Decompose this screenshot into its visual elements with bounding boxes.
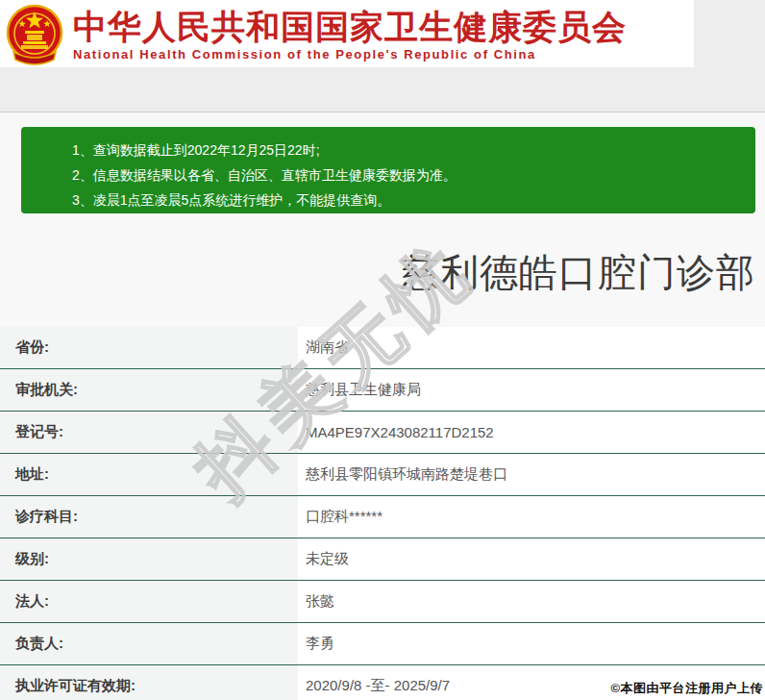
institution-name-title: 慈利德皓口腔门诊部 (0, 242, 765, 302)
table-row: 登记号: MA4PE97X243082117D2152 (0, 412, 765, 454)
field-label: 诊疗科目: (0, 496, 298, 538)
field-value: 李勇 (298, 623, 765, 664)
field-label: 法人: (0, 581, 298, 622)
field-label: 省份: (0, 327, 298, 368)
site-title-english: National Health Commission of the People… (73, 47, 627, 62)
field-value: 慈利县卫生健康局 (298, 369, 765, 411)
field-label: 地址: (0, 454, 298, 495)
site-header: 中华人民共和国国家卫生健康委员会 National Health Commiss… (0, 0, 694, 67)
table-row: 诊疗科目: 口腔科****** (0, 496, 765, 538)
notice-line-3: 3、凌晨1点至凌晨5点系统进行维护，不能提供查询。 (72, 188, 755, 212)
field-label: 审批机关: (0, 369, 298, 411)
table-row: 法人: 张懿 (0, 581, 765, 623)
field-value: 未定级 (298, 538, 765, 580)
table-row: 级别: 未定级 (0, 538, 765, 581)
table-row: 负责人: 李勇 (0, 623, 765, 665)
institution-detail-table: 省份: 湖南省 审批机关: 慈利县卫生健康局 登记号: MA4PE97X2430… (0, 327, 765, 700)
upload-attribution-note: ©本图由平台注册用户上传 (610, 680, 763, 697)
field-label: 负责人: (0, 623, 298, 664)
field-value: 湖南省 (298, 327, 765, 368)
header-band: 中华人民共和国国家卫生健康委员会 National Health Commiss… (0, 0, 765, 67)
table-row: 审批机关: 慈利县卫生健康局 (0, 369, 765, 412)
table-row: 地址: 慈利县零阳镇环城南路楚堤巷口 (0, 454, 765, 496)
notice-line-2: 2、信息数据结果以各省、自治区、直辖市卫生健康委数据为准。 (72, 162, 755, 188)
field-label: 级别: (0, 538, 298, 580)
field-value: MA4PE97X243082117D2152 (298, 412, 765, 453)
header-divider-strip (0, 67, 765, 112)
field-value: 张懿 (298, 581, 765, 622)
table-row: 省份: 湖南省 (0, 327, 765, 369)
header-titles: 中华人民共和国国家卫生健康委员会 National Health Commiss… (73, 7, 627, 62)
field-value: 口腔科****** (298, 496, 765, 538)
notice-line-1: 1、查询数据截止到2022年12月25日22时; (72, 138, 755, 162)
query-notice-box: 1、查询数据截止到2022年12月25日22时; 2、信息数据结果以各省、自治区… (21, 127, 755, 213)
site-title-chinese: 中华人民共和国国家卫生健康委员会 (73, 9, 627, 45)
health-commission-query-page: 中华人民共和国国家卫生健康委员会 National Health Commiss… (0, 0, 765, 700)
field-label: 执业许可证有效期: (0, 665, 298, 700)
field-label: 登记号: (0, 412, 298, 453)
china-national-emblem-icon (6, 4, 63, 65)
field-value: 慈利县零阳镇环城南路楚堤巷口 (298, 454, 765, 495)
